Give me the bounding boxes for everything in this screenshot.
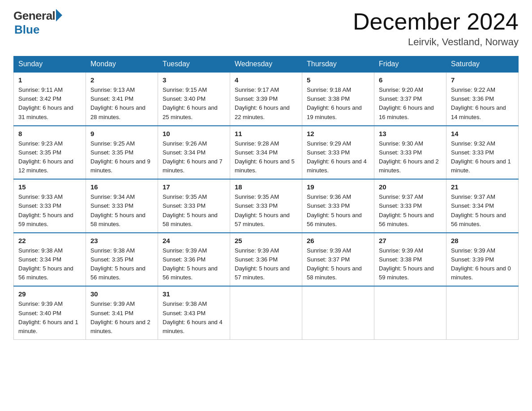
day-cell-17: 17 Sunrise: 9:35 AMSunset: 3:33 PMDaylig… — [158, 179, 230, 233]
day-cell-22: 22 Sunrise: 9:38 AMSunset: 3:34 PMDaylig… — [14, 233, 86, 287]
day-number: 3 — [163, 76, 225, 84]
day-info: Sunrise: 9:39 AMSunset: 3:39 PMDaylight:… — [451, 246, 514, 283]
day-number: 5 — [307, 76, 369, 84]
day-cell-9: 9 Sunrise: 9:25 AMSunset: 3:35 PMDayligh… — [86, 126, 158, 180]
day-header-tuesday: Tuesday — [158, 56, 230, 73]
day-number: 13 — [379, 130, 442, 137]
day-cell-15: 15 Sunrise: 9:33 AMSunset: 3:33 PMDaylig… — [14, 179, 86, 233]
day-number: 4 — [235, 76, 297, 84]
day-info: Sunrise: 9:35 AMSunset: 3:33 PMDaylight:… — [163, 193, 225, 229]
day-cell-24: 24 Sunrise: 9:39 AMSunset: 3:36 PMDaylig… — [158, 233, 230, 287]
day-header-friday: Friday — [374, 56, 446, 73]
day-info: Sunrise: 9:39 AMSunset: 3:37 PMDaylight:… — [307, 246, 369, 283]
day-cell-21: 21 Sunrise: 9:37 AMSunset: 3:34 PMDaylig… — [446, 179, 519, 233]
empty-cell — [230, 286, 302, 339]
day-number: 16 — [90, 183, 153, 191]
day-info: Sunrise: 9:18 AMSunset: 3:38 PMDaylight:… — [307, 86, 369, 122]
day-info: Sunrise: 9:33 AMSunset: 3:33 PMDaylight:… — [18, 193, 81, 229]
day-number: 23 — [90, 237, 153, 244]
day-info: Sunrise: 9:34 AMSunset: 3:33 PMDaylight:… — [90, 193, 153, 229]
day-info: Sunrise: 9:29 AMSunset: 3:33 PMDaylight:… — [307, 139, 369, 176]
day-cell-3: 3 Sunrise: 9:15 AMSunset: 3:40 PMDayligh… — [158, 72, 230, 126]
day-info: Sunrise: 9:22 AMSunset: 3:36 PMDaylight:… — [451, 86, 514, 122]
day-info: Sunrise: 9:38 AMSunset: 3:34 PMDaylight:… — [18, 246, 81, 283]
day-info: Sunrise: 9:23 AMSunset: 3:35 PMDaylight:… — [18, 139, 81, 176]
calendar-table: SundayMondayTuesdayWednesdayThursdayFrid… — [13, 56, 519, 340]
day-number: 1 — [18, 76, 81, 84]
day-info: Sunrise: 9:28 AMSunset: 3:34 PMDaylight:… — [235, 139, 297, 176]
week-row-4: 22 Sunrise: 9:38 AMSunset: 3:34 PMDaylig… — [14, 233, 519, 287]
day-header-saturday: Saturday — [446, 56, 519, 73]
day-cell-14: 14 Sunrise: 9:32 AMSunset: 3:33 PMDaylig… — [446, 126, 519, 180]
day-cell-8: 8 Sunrise: 9:23 AMSunset: 3:35 PMDayligh… — [14, 126, 86, 180]
day-info: Sunrise: 9:39 AMSunset: 3:36 PMDaylight:… — [163, 246, 225, 283]
day-number: 26 — [307, 237, 369, 244]
day-number: 6 — [379, 76, 442, 84]
day-info: Sunrise: 9:39 AMSunset: 3:41 PMDaylight:… — [90, 300, 153, 336]
day-info: Sunrise: 9:30 AMSunset: 3:33 PMDaylight:… — [379, 139, 442, 176]
day-info: Sunrise: 9:11 AMSunset: 3:42 PMDaylight:… — [18, 86, 81, 122]
days-header-row: SundayMondayTuesdayWednesdayThursdayFrid… — [14, 56, 519, 73]
day-cell-16: 16 Sunrise: 9:34 AMSunset: 3:33 PMDaylig… — [86, 179, 158, 233]
logo-general-text: General — [13, 9, 55, 23]
day-number: 28 — [451, 237, 514, 244]
day-number: 24 — [163, 237, 225, 244]
day-number: 14 — [451, 130, 514, 137]
day-number: 18 — [235, 183, 297, 191]
week-row-3: 15 Sunrise: 9:33 AMSunset: 3:33 PMDaylig… — [14, 179, 519, 233]
day-cell-5: 5 Sunrise: 9:18 AMSunset: 3:38 PMDayligh… — [302, 72, 374, 126]
day-info: Sunrise: 9:20 AMSunset: 3:37 PMDaylight:… — [379, 86, 442, 122]
day-cell-2: 2 Sunrise: 9:13 AMSunset: 3:41 PMDayligh… — [86, 72, 158, 126]
logo-blue-text: Blue — [14, 23, 39, 37]
week-row-1: 1 Sunrise: 9:11 AMSunset: 3:42 PMDayligh… — [14, 72, 519, 126]
day-number: 31 — [163, 290, 225, 298]
day-info: Sunrise: 9:39 AMSunset: 3:40 PMDaylight:… — [18, 300, 81, 336]
day-number: 25 — [235, 237, 297, 244]
day-cell-29: 29 Sunrise: 9:39 AMSunset: 3:40 PMDaylig… — [14, 286, 86, 339]
month-title: December 2024 — [353, 9, 519, 34]
day-header-sunday: Sunday — [14, 56, 86, 73]
day-cell-31: 31 Sunrise: 9:38 AMSunset: 3:43 PMDaylig… — [158, 286, 230, 339]
day-number: 8 — [18, 130, 81, 137]
day-number: 22 — [18, 237, 81, 244]
day-info: Sunrise: 9:26 AMSunset: 3:34 PMDaylight:… — [163, 139, 225, 176]
day-cell-30: 30 Sunrise: 9:39 AMSunset: 3:41 PMDaylig… — [86, 286, 158, 339]
day-number: 29 — [18, 290, 81, 298]
day-cell-4: 4 Sunrise: 9:17 AMSunset: 3:39 PMDayligh… — [230, 72, 302, 126]
day-info: Sunrise: 9:25 AMSunset: 3:35 PMDaylight:… — [90, 139, 153, 176]
day-number: 19 — [307, 183, 369, 191]
day-info: Sunrise: 9:35 AMSunset: 3:33 PMDaylight:… — [235, 193, 297, 229]
day-number: 2 — [90, 76, 153, 84]
day-info: Sunrise: 9:37 AMSunset: 3:33 PMDaylight:… — [379, 193, 442, 229]
day-header-thursday: Thursday — [302, 56, 374, 73]
title-section: December 2024 Leirvik, Vestland, Norway — [353, 9, 519, 48]
day-info: Sunrise: 9:15 AMSunset: 3:40 PMDaylight:… — [163, 86, 225, 122]
day-cell-10: 10 Sunrise: 9:26 AMSunset: 3:34 PMDaylig… — [158, 126, 230, 180]
day-info: Sunrise: 9:38 AMSunset: 3:35 PMDaylight:… — [90, 246, 153, 283]
day-number: 17 — [163, 183, 225, 191]
day-info: Sunrise: 9:37 AMSunset: 3:34 PMDaylight:… — [451, 193, 514, 229]
day-number: 12 — [307, 130, 369, 137]
day-cell-13: 13 Sunrise: 9:30 AMSunset: 3:33 PMDaylig… — [374, 126, 446, 180]
day-info: Sunrise: 9:39 AMSunset: 3:38 PMDaylight:… — [379, 246, 442, 283]
day-number: 15 — [18, 183, 81, 191]
day-info: Sunrise: 9:13 AMSunset: 3:41 PMDaylight:… — [90, 86, 153, 122]
day-info: Sunrise: 9:17 AMSunset: 3:39 PMDaylight:… — [235, 86, 297, 122]
day-info: Sunrise: 9:36 AMSunset: 3:33 PMDaylight:… — [307, 193, 369, 229]
empty-cell — [302, 286, 374, 339]
day-header-wednesday: Wednesday — [230, 56, 302, 73]
day-cell-18: 18 Sunrise: 9:35 AMSunset: 3:33 PMDaylig… — [230, 179, 302, 233]
day-number: 11 — [235, 130, 297, 137]
empty-cell — [374, 286, 446, 339]
day-cell-19: 19 Sunrise: 9:36 AMSunset: 3:33 PMDaylig… — [302, 179, 374, 233]
day-cell-20: 20 Sunrise: 9:37 AMSunset: 3:33 PMDaylig… — [374, 179, 446, 233]
week-row-5: 29 Sunrise: 9:39 AMSunset: 3:40 PMDaylig… — [14, 286, 519, 339]
day-number: 21 — [451, 183, 514, 191]
location: Leirvik, Vestland, Norway — [353, 36, 519, 48]
day-number: 30 — [90, 290, 153, 298]
day-cell-12: 12 Sunrise: 9:29 AMSunset: 3:33 PMDaylig… — [302, 126, 374, 180]
week-row-2: 8 Sunrise: 9:23 AMSunset: 3:35 PMDayligh… — [14, 126, 519, 180]
day-number: 10 — [163, 130, 225, 137]
day-cell-7: 7 Sunrise: 9:22 AMSunset: 3:36 PMDayligh… — [446, 72, 519, 126]
day-cell-27: 27 Sunrise: 9:39 AMSunset: 3:38 PMDaylig… — [374, 233, 446, 287]
